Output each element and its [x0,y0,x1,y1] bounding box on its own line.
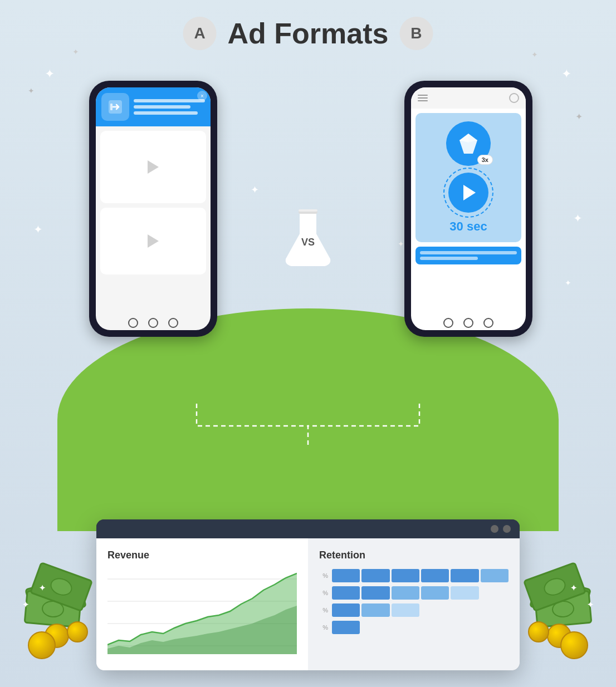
nav-dot-b3 [483,318,493,328]
ad-text-lines [134,99,205,115]
progress-line-2 [420,257,478,260]
play-icon-2 [148,234,159,248]
window-dot-1 [491,525,498,533]
time-label: 30 sec [449,219,487,234]
window-titlebar [96,519,520,538]
ret-cell [361,569,389,582]
ret-cell [392,603,419,617]
3x-badge: 3x [477,155,493,165]
ret-cell [361,586,389,600]
ret-cell [421,569,449,582]
ret-cell [421,621,449,634]
nav-dot-b2 [463,318,473,328]
retention-title: Retention [319,549,509,561]
coin-r2 [560,631,588,659]
ret-cell [481,603,509,617]
money-decoration-left: ✦ ✦ [22,559,100,659]
sparkle-tr3: ✦ [575,111,583,122]
ret-cell [392,621,419,634]
ret-cell [392,569,419,582]
analytics-window: Revenue Retention % [96,519,520,670]
revenue-title: Revenue [107,549,297,561]
bill-sparkle-r1: ✦ [570,583,577,592]
play-triangle-icon [463,185,476,200]
coin-2 [28,631,56,659]
phone-a-nav-buttons [128,318,178,328]
hamburger-icon [418,95,428,101]
coin-r3 [528,621,549,642]
ret-cell [361,603,389,617]
sparkle-tr2: ✦ [531,50,538,59]
nav-dot-3 [168,318,178,328]
phone-a-banner-ad: × [96,87,211,126]
ret-cell [332,603,360,617]
ret-label-4: % [319,624,330,631]
revenue-chart [107,568,297,657]
sparkle-tl1: ✦ [45,67,55,81]
svg-rect-7 [299,209,317,212]
ret-label-2: % [319,590,330,596]
progress-line-1 [420,251,517,254]
ad-icon-box [101,93,129,121]
ret-cell [392,586,419,600]
ret-label-3: % [319,607,330,614]
close-button[interactable]: × [197,91,207,101]
ret-cell [451,603,478,617]
ret-cell [332,621,360,634]
bill-sparkle-2: ✦ [22,600,29,609]
retention-grid: % % % [319,568,509,635]
ret-cell [451,586,478,600]
vs-flask: VS [280,206,336,273]
phone-b-rewarded-ad: 3x 30 sec [415,113,521,242]
revenue-section: Revenue [96,538,308,670]
bill-sparkle-1: ✦ [39,583,46,592]
phone-a-content-2 [100,208,206,274]
sparkle-ml: ✦ [33,223,43,236]
coin-3 [67,621,88,642]
ret-cell [451,569,478,582]
sparkle-flask1: ✦ [251,184,259,196]
nav-dot-1 [128,318,138,328]
phone-a: × [89,81,217,337]
money-decoration-right: ✦ ✦ [516,559,594,659]
ad-icon [107,99,123,115]
badge-a: A [183,17,217,50]
window-dot-2 [503,525,511,533]
ret-cell [361,621,389,634]
phone-b-screen: 3x 30 sec [411,87,526,330]
sparkle-tr1: ✦ [561,67,571,81]
window-body: Revenue Retention % [96,538,520,670]
ret-label-1: % [319,572,330,579]
diamond-reward: 3x [446,121,491,166]
phone-b: 3x 30 sec [404,81,532,337]
phone-b-nav-buttons [443,318,493,328]
bill-sparkle-r2: ✦ [587,600,594,609]
header: A Ad Formats B [183,17,433,50]
diamond-icon [456,131,481,156]
nav-dot-b1 [443,318,453,328]
sparkle-mr2: ✦ [565,278,571,287]
play-icon-1 [148,160,159,174]
ret-cell [421,603,449,617]
retention-section: Retention % % % [308,538,520,670]
sparkle-tl3: ✦ [28,86,35,95]
sparkle-mr1: ✦ [573,212,583,225]
play-circle[interactable] [448,173,488,213]
vs-label: VS [301,237,315,248]
phone-a-content-1 [100,131,206,203]
nav-dot-2 [148,318,158,328]
ret-cell [481,621,509,634]
ret-cell [481,569,509,582]
sparkle-tl2: ✦ [72,47,79,56]
ret-cell [451,621,478,634]
badge-b: B [399,17,433,50]
ret-cell [421,586,449,600]
phone-b-topbar [411,87,526,109]
page-title: Ad Formats [228,17,389,50]
dashed-connectors [152,404,464,459]
svg-rect-1 [110,104,113,110]
ret-cell [332,586,360,600]
ret-cell [332,569,360,582]
phone-b-progress [415,247,521,264]
ret-cell [481,586,509,600]
